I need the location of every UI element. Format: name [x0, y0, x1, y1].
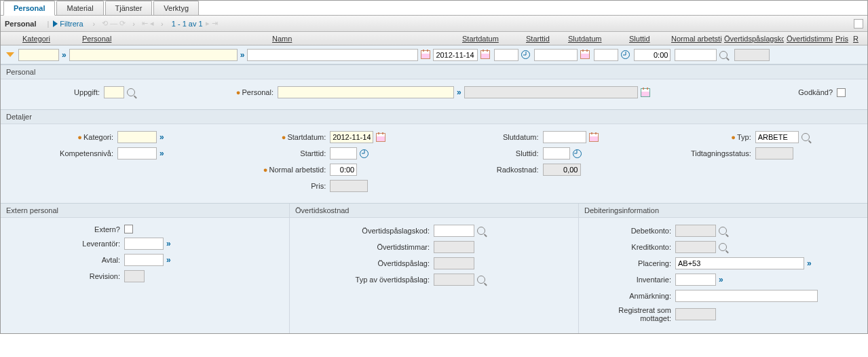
lookup-personal[interactable]: »	[240, 50, 245, 60]
calendar-icon[interactable]	[376, 133, 385, 142]
input-avtal[interactable]	[124, 254, 164, 266]
label-startdatum: Startdatum:	[287, 133, 326, 141]
lookup-kategori[interactable]: »	[62, 50, 67, 60]
input-starttid[interactable]	[330, 147, 357, 159]
col-slutdatum[interactable]: Slutdatum	[565, 35, 626, 43]
input-kategori[interactable]	[117, 131, 157, 143]
search-icon[interactable]	[801, 133, 810, 141]
input-leverantor[interactable]	[124, 238, 164, 250]
paging-label: 1 - 1 av 1	[172, 20, 203, 28]
input-startdatum[interactable]	[330, 131, 373, 143]
input-anmarkning[interactable]	[675, 290, 818, 302]
label-anmarkning: Anmärkning:	[587, 292, 675, 300]
input-revision	[124, 270, 145, 282]
lookup-avtal[interactable]: »	[166, 255, 171, 265]
clock-icon[interactable]	[573, 149, 582, 158]
calendar-icon[interactable]	[421, 50, 430, 59]
lookup-personal-detail[interactable]: »	[457, 88, 461, 97]
search-icon[interactable]	[719, 243, 727, 251]
input-sluttid[interactable]	[543, 147, 570, 159]
calendar-icon[interactable]	[580, 50, 590, 59]
clock-icon[interactable]	[521, 50, 530, 59]
calendar-icon[interactable]	[589, 133, 599, 142]
label-slutdatum: Slutdatum:	[434, 133, 543, 141]
col-otkod[interactable]: Övertidspåslagskod	[721, 35, 784, 43]
main-tabs: Personal Material Tjänster Verktyg	[1, 1, 867, 16]
filter-otkod[interactable]	[675, 49, 717, 61]
input-kompetens[interactable]	[117, 147, 157, 159]
search-icon[interactable]	[719, 227, 727, 235]
search-icon[interactable]	[477, 227, 485, 235]
toolbar-settings-icon[interactable]	[854, 19, 863, 29]
input-placering[interactable]	[675, 257, 804, 269]
filter-starttid[interactable]	[494, 49, 518, 61]
nav-next: ▸ ⇥	[206, 19, 218, 28]
lookup-kompetens[interactable]: »	[159, 149, 164, 158]
filter-ottimmar	[734, 49, 770, 61]
lookup-leverantor[interactable]: »	[166, 239, 171, 248]
label-inventarie: Inventarie:	[587, 276, 675, 284]
col-namn[interactable]: Namn	[269, 35, 459, 43]
col-startdatum[interactable]: Startdatum	[459, 35, 523, 43]
tab-tjanster[interactable]: Tjänster	[105, 1, 153, 15]
col-pris[interactable]: Pris	[833, 35, 850, 43]
calendar-icon[interactable]	[480, 50, 490, 59]
filter-kategori[interactable]	[18, 49, 59, 61]
tab-material[interactable]: Material	[56, 1, 103, 15]
input-normal[interactable]	[330, 164, 357, 176]
search-icon[interactable]	[719, 51, 728, 59]
expand-row-icon[interactable]	[6, 52, 14, 57]
list-toolbar: Personal | Filtrera › ⟲ — ⟳ › ⇤ ◂ › 1 - …	[1, 16, 867, 32]
nav-prev-disabled: ⟲ — ⟳	[102, 19, 126, 28]
label-otpaslag: Övertidspåslag:	[298, 259, 434, 267]
label-kompetens: Kompetensnivå:	[9, 149, 117, 157]
col-personal[interactable]: Personal	[79, 35, 269, 43]
filter-button[interactable]: Filtrera	[53, 20, 83, 28]
tab-verktyg[interactable]: Verktyg	[153, 1, 199, 15]
grid-header: Kategori Personal Namn Startdatum Startt…	[1, 32, 867, 45]
filter-sluttid[interactable]	[594, 49, 618, 61]
filter-personal[interactable]	[69, 49, 238, 61]
tab-personal[interactable]: Personal	[3, 1, 55, 16]
checkbox-godkand[interactable]	[837, 88, 846, 97]
col-sluttid[interactable]: Sluttid	[626, 35, 668, 43]
col-kategori[interactable]: Kategori	[20, 35, 79, 43]
lookup-inventarie[interactable]: »	[719, 275, 723, 284]
lookup-placering[interactable]: »	[807, 259, 812, 268]
checkbox-extern[interactable]	[124, 225, 133, 233]
label-kreditkonto: Kreditkonto:	[587, 243, 675, 251]
lookup-kategori-detail[interactable]: »	[159, 132, 164, 142]
input-registrerat	[675, 308, 716, 320]
filter-slutdatum[interactable]	[534, 49, 578, 61]
detail-icon[interactable]	[641, 88, 650, 97]
input-typ[interactable]	[755, 131, 799, 143]
label-typ: Typ:	[737, 133, 751, 141]
input-slutdatum[interactable]	[543, 131, 586, 143]
col-r[interactable]: R	[850, 35, 860, 43]
search-icon[interactable]	[127, 88, 135, 96]
toolbar-title: Personal	[5, 20, 36, 28]
label-uppgift: Uppgift:	[9, 88, 104, 96]
section-header-overtid: Övertidskostnad	[290, 204, 578, 218]
input-inventarie[interactable]	[675, 274, 716, 286]
filter-startdatum[interactable]	[433, 49, 478, 61]
section-debit: Debiteringsinformation Debetkonto: Kredi…	[579, 204, 867, 333]
search-icon[interactable]	[477, 276, 485, 284]
section-header-debit: Debiteringsinformation	[579, 204, 867, 218]
col-normal[interactable]: Normal arbetstid	[668, 35, 721, 43]
col-starttid[interactable]: Starttid	[523, 35, 565, 43]
clock-icon[interactable]	[621, 50, 630, 59]
input-personal[interactable]	[278, 86, 454, 98]
col-ottimmar[interactable]: Övertidstimmar	[784, 35, 833, 43]
filter-namn[interactable]	[247, 49, 418, 61]
input-otkod[interactable]	[434, 225, 474, 237]
input-uppgift[interactable]	[104, 86, 124, 98]
label-personal: Personal:	[242, 88, 273, 96]
section-extern: Extern personal Extern? Leverantör: » Av…	[1, 204, 290, 333]
label-normal: Normal arbetstid:	[269, 166, 326, 174]
label-leverantor: Leverantör:	[9, 240, 124, 248]
input-otpaslag	[434, 257, 474, 269]
filter-normal[interactable]	[634, 49, 671, 61]
clock-icon[interactable]	[360, 149, 369, 158]
input-debetkonto	[675, 225, 716, 237]
